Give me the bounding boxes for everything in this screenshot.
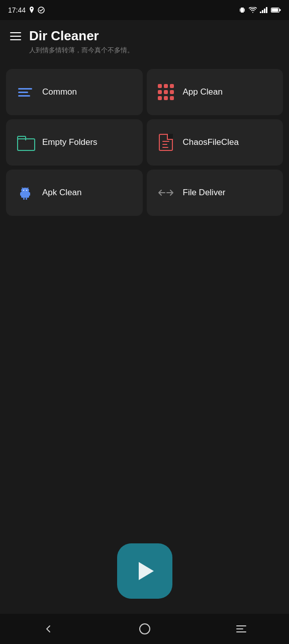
app-subtitle: 人到情多情转薄，而今真个不多情。	[29, 46, 279, 55]
nav-menu-icon	[236, 625, 246, 632]
svg-rect-10	[272, 9, 278, 12]
filedeliver-label: File Deliver	[183, 188, 226, 198]
nav-home-button[interactable]	[129, 618, 160, 639]
svg-rect-14	[26, 198, 27, 200]
svg-rect-3	[244, 9, 245, 12]
nav-menu-button[interactable]	[226, 620, 256, 637]
status-bar: 17:44	[0, 0, 289, 20]
time-display: 17:44	[8, 6, 26, 14]
wifi-icon	[249, 7, 257, 13]
grid-item-apkclean[interactable]: Apk Clean	[6, 170, 143, 216]
svg-rect-13	[23, 198, 25, 200]
feature-grid: Common App Clean Empty Folders ChaosF	[0, 65, 289, 220]
apkclean-label: Apk Clean	[42, 188, 81, 198]
grid-item-emptyfolders[interactable]: Empty Folders	[6, 119, 143, 166]
svg-rect-7	[266, 7, 267, 13]
folder-icon	[16, 133, 34, 151]
header: Dir Cleaner 人到情多情转薄，而今真个不多情。	[0, 20, 289, 65]
run-button[interactable]	[117, 543, 172, 599]
grid-item-filedeliver[interactable]: File Deliver	[147, 170, 283, 216]
svg-rect-4	[260, 12, 261, 13]
app-title: Dir Cleaner	[29, 28, 99, 44]
home-circle-icon	[139, 623, 150, 634]
appclean-icon	[157, 83, 175, 101]
svg-rect-9	[279, 9, 281, 11]
battery-icon	[271, 7, 281, 13]
chaosfile-label: ChaosFileClea	[183, 137, 239, 147]
grid-item-common[interactable]: Common	[6, 69, 143, 115]
deliver-icon	[157, 184, 175, 202]
appclean-label: App Clean	[183, 87, 223, 97]
grid-item-appclean[interactable]: App Clean	[147, 69, 283, 115]
vibrate-icon	[239, 7, 246, 14]
nav-back-button[interactable]	[33, 619, 63, 639]
signal-icon	[260, 7, 268, 13]
common-icon	[16, 83, 34, 101]
chaos-icon	[157, 133, 175, 151]
svg-rect-1	[241, 8, 244, 13]
status-time: 17:44	[8, 6, 45, 14]
svg-rect-12	[29, 192, 30, 196]
svg-rect-6	[264, 9, 265, 13]
play-button-container	[0, 543, 289, 614]
svg-rect-5	[262, 10, 263, 13]
emptyfolders-label: Empty Folders	[42, 137, 98, 147]
status-icons-right	[239, 7, 281, 14]
play-triangle-icon	[139, 562, 154, 580]
android-icon	[16, 184, 34, 202]
location-icon	[29, 7, 35, 14]
check-circle-icon	[38, 7, 45, 14]
svg-rect-11	[20, 192, 22, 196]
navigation-bar	[0, 614, 289, 644]
common-label: Common	[42, 87, 77, 97]
hamburger-menu[interactable]	[10, 32, 21, 40]
svg-rect-2	[240, 9, 241, 12]
grid-item-chaosfile[interactable]: ChaosFileClea	[147, 119, 283, 166]
